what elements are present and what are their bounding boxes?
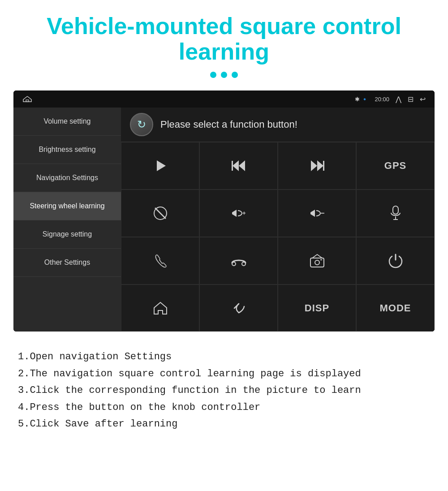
svg-line-9 [155,208,166,219]
sidebar-item-steering[interactable]: Steering wheel learning [13,192,121,220]
status-bluetooth: ✱ 🔹 [355,96,369,103]
svg-rect-14 [393,206,398,214]
dot-2 [221,72,227,78]
home-status-icon [22,95,32,103]
vol-down-icon: − [309,206,326,220]
dot-3 [232,72,238,78]
btn-radio[interactable] [278,237,356,284]
header-section: Vehicle-mounted square control learning [0,0,448,87]
button-grid: GPS + [121,142,435,332]
sidebar: Volume setting Brightness setting Naviga… [13,108,121,332]
svg-marker-10 [232,210,237,217]
status-window: ⊟ [408,95,414,103]
instruction-5: 5.Click Save after learning [18,416,430,432]
svg-marker-22 [154,302,167,314]
sidebar-item-other[interactable]: Other Settings [13,249,121,277]
btn-vol-up[interactable]: + [199,190,278,237]
btn-home[interactable] [121,284,199,332]
svg-marker-6 [311,160,317,171]
svg-point-20 [315,260,319,265]
screen-content: Volume setting Brightness setting Naviga… [13,108,435,332]
btn-vol-down[interactable]: − [278,190,356,237]
btn-prev[interactable] [199,142,278,190]
dots-indicator [18,72,430,78]
status-time: 20:00 [375,96,389,103]
svg-rect-7 [323,161,324,171]
mic-icon [389,205,402,221]
btn-hang-up[interactable] [199,237,278,284]
disp-label: DISP [305,302,329,314]
vol-up-icon: + [230,206,247,220]
dot-1 [210,72,216,78]
main-panel: ↻ Please select a function button! [121,108,435,332]
instruction-2: 2.The navigation square control learning… [18,366,430,382]
sidebar-item-brightness[interactable]: Brightness setting [13,136,121,164]
top-bar: ↻ Please select a function button! [121,108,435,142]
btn-play[interactable] [121,142,199,190]
btn-next[interactable] [278,142,356,190]
back-icon [231,302,247,314]
device-screen: ✱ 🔹 20:00 ⋀ ⊟ ↩ Volume setting Brightnes… [13,90,435,332]
status-right: ✱ 🔹 20:00 ⋀ ⊟ ↩ [355,95,426,103]
btn-back[interactable] [199,284,278,332]
btn-gps[interactable]: GPS [356,142,435,190]
btn-mic[interactable] [356,190,435,237]
gps-label: GPS [384,160,406,172]
btn-power[interactable] [356,237,435,284]
refresh-button[interactable]: ↻ [130,113,153,136]
svg-text:−: − [320,209,324,217]
sidebar-item-volume[interactable]: Volume setting [13,108,121,136]
btn-phone[interactable] [121,237,199,284]
instructions-section: 1.Open navigation Settings 2.The navigat… [0,335,448,446]
instruction-1: 1.Open navigation Settings [18,349,430,365]
btn-mode[interactable]: MODE [356,284,435,332]
sidebar-item-signage[interactable]: Signage setting [13,220,121,249]
svg-marker-1 [157,160,166,171]
svg-text:+: + [242,210,246,216]
svg-point-18 [242,262,246,266]
refresh-icon: ↻ [137,118,146,131]
btn-disp[interactable]: DISP [278,284,356,332]
status-expand: ⋀ [396,95,401,103]
status-bar: ✱ 🔹 20:00 ⋀ ⊟ ↩ [13,90,435,108]
prompt-text: Please select a function button! [160,119,297,130]
status-back: ↩ [420,95,426,103]
svg-rect-4 [232,161,233,171]
instruction-4: 4.Press the button on the knob controlle… [18,399,430,416]
mode-label: MODE [380,302,411,314]
svg-marker-2 [233,160,239,171]
power-icon [388,253,403,269]
next-icon [309,159,325,173]
mute-icon [153,206,168,221]
home-icon [153,301,168,316]
phone-icon [152,253,168,269]
radio-icon [309,253,326,269]
svg-marker-12 [310,210,315,217]
instruction-3: 3.Click the corresponding function in th… [18,382,430,399]
btn-mute[interactable] [121,190,199,237]
sidebar-item-navigation[interactable]: Navigation Settings [13,164,121,192]
play-icon [153,159,168,173]
page-title: Vehicle-mounted square control learning [18,13,430,65]
prev-icon [231,159,247,173]
svg-point-17 [232,262,236,266]
status-left [22,95,32,103]
svg-marker-5 [317,160,323,171]
hang-up-icon [230,254,247,267]
svg-marker-3 [239,160,245,171]
